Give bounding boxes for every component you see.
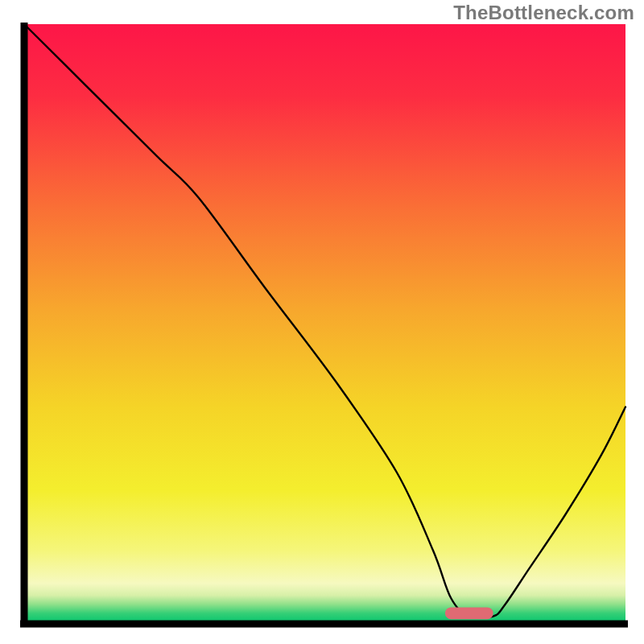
optimal-marker [445,607,493,619]
chart-svg [0,0,644,644]
chart-container: TheBottleneck.com [0,0,644,644]
watermark-text: TheBottleneck.com [453,2,634,24]
